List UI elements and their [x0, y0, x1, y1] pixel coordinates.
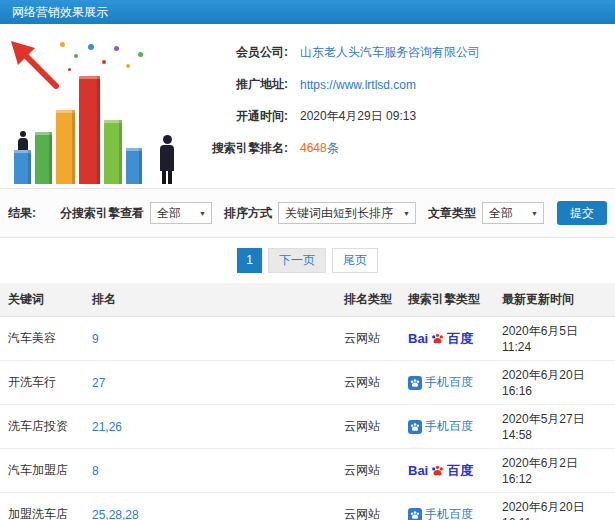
page-1-button[interactable]: 1: [237, 248, 262, 273]
rank-count-label: 搜索引擎排名:: [188, 140, 288, 157]
marketing-chart-illustration: [8, 34, 188, 184]
table-row: 加盟洗车店 25,28,28 云网站 手机百度 2020年6月20日 16:11: [0, 493, 615, 520]
info-section: 会员公司: 山东老人头汽车服务咨询有限公司 推广地址: https://www.…: [0, 24, 615, 188]
baidu-logo: Bai 百度: [408, 462, 473, 480]
businessman-figure: [156, 135, 178, 184]
rank-link[interactable]: 27: [92, 376, 105, 390]
info-row-company: 会员公司: 山东老人头汽车服务咨询有限公司: [188, 44, 607, 61]
rank-type-cell: 云网站: [336, 317, 400, 361]
chart-bar: [79, 76, 100, 184]
scatter-dot: [74, 54, 78, 58]
scatter-dot: [102, 60, 106, 64]
opened-time-value: 2020年4月29日 09:13: [300, 108, 416, 125]
rank-type-cell: 云网站: [336, 361, 400, 405]
sort-select[interactable]: 关键词由短到长排序 ▼: [278, 202, 416, 224]
table-row: 汽车加盟店 8 云网站 Bai 百度 2020年6月2日 16:12: [0, 449, 615, 493]
rank-count-number: 4648: [300, 141, 327, 155]
keyword-cell: 汽车加盟店: [0, 449, 84, 493]
opened-label: 开通时间:: [188, 108, 288, 125]
info-row-site: 推广地址: https://www.lrtlsd.com: [188, 76, 607, 93]
page-title: 网络营销效果展示: [12, 5, 108, 19]
sort-label: 排序方式: [224, 205, 272, 222]
baidu-logo: Bai 百度: [408, 330, 473, 348]
last-page-button[interactable]: 尾页: [332, 248, 378, 273]
chart-bar: [126, 148, 142, 184]
article-type-value: 全部: [489, 205, 513, 222]
updated-cell: 2020年6月2日 16:12: [494, 449, 615, 493]
table-header-row: 关键词 排名 排名类型 搜索引擎类型 最新更新时间: [0, 283, 615, 317]
header-keyword: 关键词: [0, 283, 84, 317]
result-label: 结果:: [8, 205, 36, 222]
rank-type-cell: 云网站: [336, 493, 400, 520]
member-info-panel: 会员公司: 山东老人头汽车服务咨询有限公司 推广地址: https://www.…: [188, 34, 607, 184]
rank-link[interactable]: 8: [92, 464, 99, 478]
filter-bar: 结果: 分搜索引擎查看 全部 ▼ 排序方式 关键词由短到长排序 ▼ 文章类型 全…: [0, 188, 615, 238]
mobile-baidu-logo: 手机百度: [408, 374, 473, 391]
filter-controls: 分搜索引擎查看 全部 ▼ 排序方式 关键词由短到长排序 ▼ 文章类型 全部 ▼ …: [54, 201, 607, 225]
chevron-down-icon: ▼: [199, 210, 206, 217]
keyword-cell: 加盟洗车店: [0, 493, 84, 520]
scatter-dot: [126, 64, 130, 68]
updated-cell: 2020年6月5日 11:24: [494, 317, 615, 361]
mobile-baidu-paw-icon: [408, 420, 422, 434]
site-label: 推广地址:: [188, 76, 288, 93]
submit-button[interactable]: 提交: [557, 201, 607, 225]
baidu-paw-icon: [431, 332, 444, 345]
article-type-select[interactable]: 全部 ▼: [482, 202, 544, 224]
updated-cell: 2020年6月20日 16:16: [494, 361, 615, 405]
chart-bar: [35, 132, 52, 184]
keyword-ranking-table: 关键词 排名 排名类型 搜索引擎类型 最新更新时间 汽车美容 9 云网站 Bai…: [0, 283, 615, 520]
engine-filter-value: 全部: [157, 205, 181, 222]
chart-bar: [14, 150, 31, 184]
header-rank-type: 排名类型: [336, 283, 400, 317]
rank-link[interactable]: 9: [92, 332, 99, 346]
mobile-baidu-logo: 手机百度: [408, 418, 473, 435]
info-row-opened: 开通时间: 2020年4月29日 09:13: [188, 108, 607, 125]
header-updated: 最新更新时间: [494, 283, 615, 317]
table-row: 开洗车行 27 云网站 手机百度 2020年6月20日 16:16: [0, 361, 615, 405]
rank-link[interactable]: 21,26: [92, 420, 122, 434]
keyword-cell: 汽车美容: [0, 317, 84, 361]
company-label: 会员公司:: [188, 44, 288, 61]
table-row: 汽车美容 9 云网站 Bai 百度 2020年6月5日 11:24: [0, 317, 615, 361]
rank-type-cell: 云网站: [336, 449, 400, 493]
rank-type-cell: 云网站: [336, 405, 400, 449]
scatter-dot: [68, 68, 71, 71]
rank-count-value: 4648条: [300, 140, 339, 157]
mobile-baidu-logo: 手机百度: [408, 506, 473, 520]
up-arrow-icon: [8, 38, 66, 90]
next-page-button[interactable]: 下一页: [268, 248, 326, 273]
engine-filter-label: 分搜索引擎查看: [60, 205, 144, 222]
mobile-baidu-paw-icon: [408, 508, 422, 520]
keyword-cell: 开洗车行: [0, 361, 84, 405]
rank-count-unit: 条: [327, 141, 339, 155]
company-name-link[interactable]: 山东老人头汽车服务咨询有限公司: [300, 44, 480, 61]
rank-link[interactable]: 25,28,28: [92, 508, 139, 520]
info-row-rank-count: 搜索引擎排名: 4648条: [188, 140, 607, 157]
title-bar: 网络营销效果展示: [0, 0, 615, 24]
sort-value: 关键词由短到长排序: [285, 205, 393, 222]
scatter-dot: [88, 44, 94, 50]
engine-filter-select[interactable]: 全部 ▼: [150, 202, 212, 224]
updated-cell: 2020年5月27日 14:58: [494, 405, 615, 449]
table-row: 洗车店投资 21,26 云网站 手机百度 2020年5月27日 14:58: [0, 405, 615, 449]
scatter-dot: [60, 42, 65, 47]
promotion-url-link[interactable]: https://www.lrtlsd.com: [300, 78, 416, 92]
keyword-cell: 洗车店投资: [0, 405, 84, 449]
chevron-down-icon: ▼: [403, 210, 410, 217]
chevron-down-icon: ▼: [531, 210, 538, 217]
chart-bar: [56, 110, 75, 184]
article-type-label: 文章类型: [428, 205, 476, 222]
header-engine-type: 搜索引擎类型: [400, 283, 494, 317]
baidu-paw-icon: [431, 464, 444, 477]
mobile-baidu-paw-icon: [408, 376, 422, 390]
scatter-dot: [138, 52, 143, 57]
scatter-dot: [114, 46, 119, 51]
person-figure: [16, 131, 30, 150]
pagination: 1 下一页 尾页: [0, 238, 615, 283]
header-rank: 排名: [84, 283, 336, 317]
updated-cell: 2020年6月20日 16:11: [494, 493, 615, 520]
chart-bar: [104, 120, 122, 184]
